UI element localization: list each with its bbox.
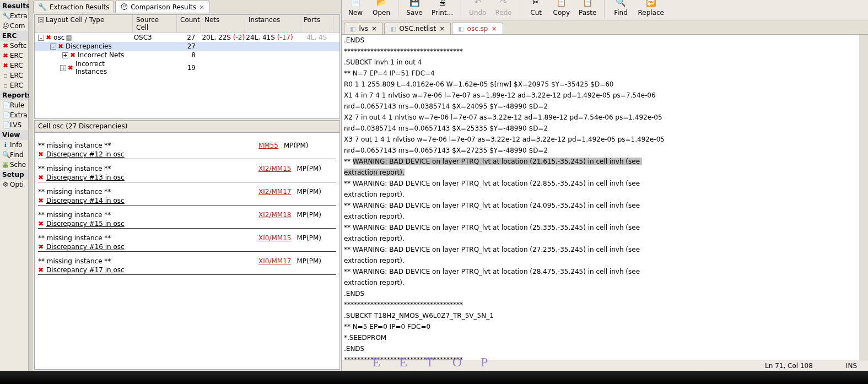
col-source[interactable]: Source Cell [133,15,177,33]
discrepancy-list[interactable]: ** missing instance **MM55MP(PM)✖Discrep… [34,132,340,370]
missing-label: ** missing instance ** [38,211,258,219]
instance-link[interactable]: XI2/MM17 [258,188,291,196]
save-button[interactable]: 💾Save [404,1,425,17]
nav-options[interactable]: ⚙Opti [0,180,28,190]
center-panel: 🔧 Extraction Results 😐 Comparison Result… [33,0,342,371]
rail-gutter[interactable] [29,0,33,371]
discrepancy-row[interactable]: ✖Discrepancy #15 in osc [38,220,336,229]
discrepancy-row[interactable]: ✖Discrepancy #12 in osc [38,150,336,159]
close-icon[interactable]: × [439,25,445,33]
col-layout[interactable]: ▫Layout Cell / Type [35,15,133,33]
tree-row-incorrect-instances[interactable]: +✖Incorrect Instances 19 [35,60,339,76]
paste-button[interactable]: 📋Paste [576,1,599,17]
undo-button[interactable]: ↶Undo [467,1,488,17]
cut-button[interactable]: ✂Cut [526,1,547,17]
error-icon: ✖ [38,150,44,158]
tree-row-osc[interactable]: -✖osc▦ OSC3 27 20L, 22S (-2) 24L, 41S (-… [35,33,339,42]
error-icon: ✖ [38,266,44,274]
instance-link[interactable]: MM55 [258,142,278,149]
cursor-position: Ln 71, Col 108 [765,362,813,370]
copy-button[interactable]: 📋Copy [551,1,572,17]
discrepancy-row[interactable]: ✖Discrepancy #16 in osc [38,243,336,252]
status-bar: Ln 71, Col 108 INS [342,360,868,371]
editor-toolbar: 📄New 📂Open 💾Save 🖨Print... ↶Undo ↷Redo ✂… [342,0,868,20]
histogram-icon: ▦ [66,34,71,41]
nav-lvs-report[interactable]: 📄LVS [0,120,28,130]
nav-erc-1[interactable]: ✖ERC [0,51,28,61]
nav-schematic[interactable]: ▦Sche [0,160,28,170]
close-icon[interactable]: × [199,3,204,11]
editor-text[interactable]: .ENDS **********************************… [342,35,859,360]
nav-extraction[interactable]: 🔧Extra [0,11,28,21]
new-button[interactable]: 📄New [345,1,366,17]
error-icon: ✖ [38,197,44,204]
expand-icon[interactable]: + [62,52,68,58]
collapse-icon[interactable]: - [38,35,44,41]
discrepancy-link[interactable]: Discrepancy #14 in osc [46,197,125,204]
nav-erc-4[interactable]: ▫ERC [0,80,28,90]
print-button[interactable]: 🖨Print... [429,1,455,17]
expand-all-icon[interactable]: ▫ [38,17,44,23]
file-icon: ◧ [390,25,396,33]
instance-link[interactable]: XI0/MM17 [258,257,291,265]
reports-header: Reports [0,90,28,100]
discrepancy-row[interactable]: ✖Discrepancy #13 in osc [38,174,336,182]
discrepancy-header: Cell osc (27 Discrepancies) [34,120,340,132]
tree-row-incorrect-nets[interactable]: +✖Incorrect Nets 8 [35,51,339,60]
col-instances[interactable]: Instances [245,15,300,33]
instance-type: MP(PM) [284,142,309,149]
missing-instance-row: ** missing instance **MM55MP(PM) [38,142,336,149]
vertical-scrollbar[interactable] [859,35,868,360]
selected-text: extraction report). [344,169,405,176]
nav-comparison[interactable]: 😐Com [0,21,28,31]
find-button[interactable]: 🔍Find [610,1,631,17]
instance-type: MP(PM) [296,188,321,196]
collapse-icon[interactable]: - [50,44,56,50]
nav-find[interactable]: 🔍Find [0,150,28,160]
discrepancy-link[interactable]: Discrepancy #17 in osc [46,266,125,274]
tree-row-discrepancies[interactable]: -✖Discrepancies 27 [35,42,339,51]
tab-lvs[interactable]: ◧lvs× [344,23,383,34]
open-button[interactable]: 📂Open [370,1,392,17]
discrepancy-link[interactable]: Discrepancy #13 in osc [46,174,125,181]
missing-label: ** missing instance ** [38,142,258,149]
discrepancy-link[interactable]: Discrepancy #15 in osc [46,220,125,228]
expand-icon[interactable]: + [60,65,66,71]
discrepancy-row[interactable]: ✖Discrepancy #14 in osc [38,197,336,205]
selected-text: WARNING: BAD DEVICE on layer PTRQ_lvt at… [353,158,642,165]
error-icon: ✖ [58,42,63,50]
nav-rules[interactable]: 📄Rule [0,100,28,110]
close-icon[interactable]: × [491,25,497,33]
col-nets[interactable]: Nets [201,15,245,33]
erc-header: ERC [0,31,28,41]
face-icon: 😐 [120,3,128,11]
nav-extraction-report[interactable]: 📄Extra [0,110,28,120]
discrepancy-link[interactable]: Discrepancy #16 in osc [46,243,125,251]
replace-button[interactable]: 🔁Replace [635,1,666,17]
nav-erc-2[interactable]: ✖ERC [0,61,28,71]
error-icon: ✖ [68,64,73,72]
tab-extraction-results[interactable]: 🔧 Extraction Results [33,1,114,13]
discrepancy-row[interactable]: ✖Discrepancy #17 in osc [38,266,336,275]
missing-instance-row: ** missing instance **XI0/MM15MP(PM) [38,234,336,242]
missing-label: ** missing instance ** [38,165,258,172]
nav-info[interactable]: ℹInfo [0,140,28,150]
nav-softcheck[interactable]: ✖Softc [0,41,28,51]
discrepancy-link[interactable]: Discrepancy #12 in osc [46,150,125,158]
instance-link[interactable]: XI2/MM15 [258,165,291,172]
instance-type: MP(PM) [296,257,321,265]
tab-osc-netlist[interactable]: ◧OSC.netlist× [384,23,451,34]
tab-comparison-results[interactable]: 😐 Comparison Results × [115,1,209,13]
instance-link[interactable]: XI2/MM18 [258,211,291,219]
file-icon: ◧ [350,25,355,33]
col-count[interactable]: Count [177,15,201,33]
insert-mode: INS [846,362,857,370]
col-ports[interactable]: Ports [300,15,333,33]
close-icon[interactable]: × [371,25,377,33]
instance-link[interactable]: XI0/MM15 [258,234,291,242]
new-icon: 📄 [351,1,361,9]
missing-label: ** missing instance ** [38,257,258,265]
nav-erc-3[interactable]: ▫ERC [0,71,28,80]
tab-osc-sp[interactable]: ◧osc.sp× [452,23,503,34]
redo-button[interactable]: ↷Redo [493,1,514,17]
